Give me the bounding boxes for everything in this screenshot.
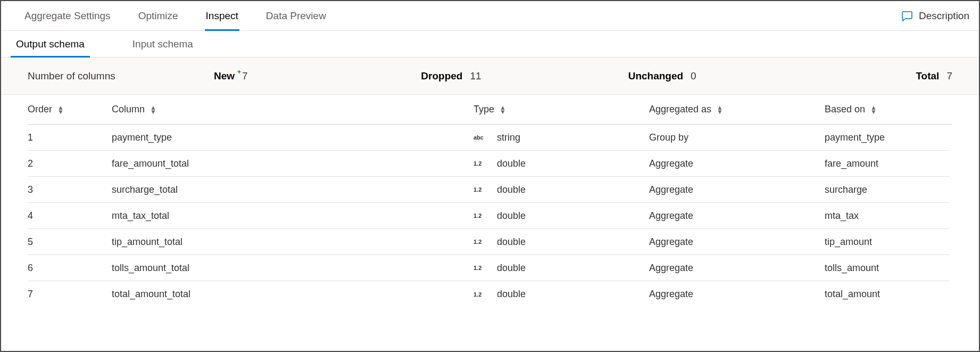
cell-based-on: surcharge bbox=[825, 184, 949, 195]
table-row[interactable]: 2fare_amount_total1.2doubleAggregatefare… bbox=[28, 151, 949, 177]
cell-agg-as: Aggregate bbox=[649, 289, 825, 300]
cell-order: 2 bbox=[28, 158, 112, 169]
type-badge-icon: 1.2 bbox=[474, 186, 489, 193]
tab-input-schema[interactable]: Input schema bbox=[127, 31, 198, 57]
sort-icon: ▲▼ bbox=[717, 105, 723, 114]
cell-order: 6 bbox=[28, 263, 112, 274]
header-type[interactable]: Type▲▼ bbox=[474, 104, 649, 115]
stats-total-key: Total bbox=[916, 70, 939, 82]
cell-based-on: tolls_amount bbox=[825, 263, 949, 274]
cell-type: 1.2double bbox=[474, 210, 649, 222]
table-header-row: Order▲▼ Column▲▼ Type▲▼ Aggregated as▲▼ … bbox=[28, 95, 952, 125]
stats-new-value: 7 bbox=[242, 70, 248, 82]
type-name: double bbox=[497, 210, 526, 222]
tab-aggregate-settings[interactable]: Aggregate Settings bbox=[24, 1, 111, 30]
table-body[interactable]: 1payment_typeabcstringGroup bypayment_ty… bbox=[28, 125, 952, 335]
stats-unchanged-key: Unchanged bbox=[628, 70, 683, 82]
cell-column: total_amount_total bbox=[112, 289, 474, 300]
sort-icon: ▲▼ bbox=[500, 105, 506, 114]
type-name: double bbox=[497, 263, 526, 274]
cell-order: 4 bbox=[28, 210, 112, 222]
table-row[interactable]: 5tip_amount_total1.2doubleAggregatetip_a… bbox=[28, 229, 949, 255]
cell-type: 1.2double bbox=[474, 158, 649, 169]
main-tabs: Aggregate Settings Optimize Inspect Data… bbox=[1, 1, 979, 31]
sort-icon: ▲▼ bbox=[870, 105, 877, 114]
cell-agg-as: Group by bbox=[649, 132, 825, 143]
stats-unchanged-value: 0 bbox=[691, 70, 696, 82]
stats-total-value: 7 bbox=[946, 70, 952, 82]
cell-column: mta_tax_total bbox=[112, 210, 474, 222]
header-order[interactable]: Order▲▼ bbox=[28, 104, 112, 115]
schema-table: Order▲▼ Column▲▼ Type▲▼ Aggregated as▲▼ … bbox=[1, 95, 979, 351]
cell-agg-as: Aggregate bbox=[649, 236, 825, 248]
cell-based-on: total_amount bbox=[825, 289, 949, 300]
stats-new: New+ 7 bbox=[214, 70, 421, 82]
cell-order: 3 bbox=[28, 184, 112, 195]
cell-column: tolls_amount_total bbox=[112, 263, 474, 274]
cell-agg-as: Aggregate bbox=[649, 184, 825, 195]
cell-column: payment_type bbox=[112, 132, 474, 143]
stats-dropped-value: 11 bbox=[470, 70, 481, 82]
sort-icon: ▲▼ bbox=[57, 105, 64, 114]
type-name: double bbox=[497, 236, 526, 248]
stats-unchanged: Unchanged 0 bbox=[628, 70, 835, 82]
cell-type: 1.2double bbox=[474, 263, 649, 274]
header-column[interactable]: Column▲▼ bbox=[112, 104, 474, 115]
comment-icon bbox=[901, 10, 913, 22]
header-based[interactable]: Based on▲▼ bbox=[825, 104, 952, 115]
cell-based-on: payment_type bbox=[825, 132, 949, 143]
cell-order: 5 bbox=[28, 236, 112, 248]
table-row[interactable]: 4mta_tax_total1.2doubleAggregatemta_tax bbox=[28, 203, 949, 229]
stats-total: Total 7 bbox=[835, 70, 952, 82]
schema-tabs: Output schema Input schema bbox=[1, 31, 979, 58]
cell-agg-as: Aggregate bbox=[649, 158, 825, 169]
tab-optimize[interactable]: Optimize bbox=[138, 1, 178, 30]
cell-column: surcharge_total bbox=[112, 184, 474, 195]
tab-output-schema[interactable]: Output schema bbox=[11, 31, 90, 57]
cell-agg-as: Aggregate bbox=[649, 210, 825, 222]
type-name: double bbox=[497, 184, 526, 195]
type-name: string bbox=[497, 132, 520, 143]
sort-icon: ▲▼ bbox=[150, 105, 156, 114]
column-stats-bar: Number of columns New+ 7 Dropped 11 Unch… bbox=[1, 58, 979, 95]
cell-type: 1.2double bbox=[474, 289, 649, 300]
table-row[interactable]: 6tolls_amount_total1.2doubleAggregatetol… bbox=[28, 255, 949, 281]
inspect-panel: Aggregate Settings Optimize Inspect Data… bbox=[0, 0, 980, 352]
table-row[interactable]: 1payment_typeabcstringGroup bypayment_ty… bbox=[28, 125, 949, 151]
cell-column: fare_amount_total bbox=[112, 158, 474, 169]
type-name: double bbox=[497, 158, 526, 169]
stats-dropped: Dropped 11 bbox=[421, 70, 628, 82]
cell-column: tip_amount_total bbox=[112, 236, 474, 248]
header-agg-as[interactable]: Aggregated as▲▼ bbox=[649, 104, 825, 115]
plus-icon: + bbox=[237, 68, 241, 76]
cell-agg-as: Aggregate bbox=[649, 263, 825, 274]
description-button[interactable]: Description bbox=[901, 10, 969, 22]
cell-based-on: mta_tax bbox=[825, 210, 949, 222]
type-badge-icon: 1.2 bbox=[474, 291, 489, 298]
description-label: Description bbox=[919, 10, 969, 22]
cell-order: 7 bbox=[28, 289, 112, 300]
cell-type: 1.2double bbox=[474, 184, 649, 195]
table-row[interactable]: 7total_amount_total1.2doubleAggregatetot… bbox=[28, 281, 949, 307]
cell-order: 1 bbox=[28, 132, 112, 143]
type-badge-icon: 1.2 bbox=[474, 239, 489, 245]
type-badge-icon: abc bbox=[474, 134, 489, 141]
tab-data-preview[interactable]: Data Preview bbox=[266, 1, 326, 30]
cell-type: 1.2double bbox=[474, 236, 649, 248]
stats-dropped-key: Dropped bbox=[421, 70, 462, 82]
type-badge-icon: 1.2 bbox=[474, 265, 489, 271]
stats-new-key: New+ bbox=[214, 70, 235, 82]
type-name: double bbox=[497, 289, 526, 300]
cell-based-on: fare_amount bbox=[825, 158, 949, 169]
cell-based-on: tip_amount bbox=[825, 236, 949, 248]
tab-inspect[interactable]: Inspect bbox=[206, 1, 238, 30]
stats-title: Number of columns bbox=[28, 70, 214, 82]
type-badge-icon: 1.2 bbox=[474, 160, 489, 167]
cell-type: abcstring bbox=[474, 132, 649, 143]
table-row[interactable]: 3surcharge_total1.2doubleAggregatesurcha… bbox=[28, 177, 949, 203]
type-badge-icon: 1.2 bbox=[474, 212, 489, 219]
